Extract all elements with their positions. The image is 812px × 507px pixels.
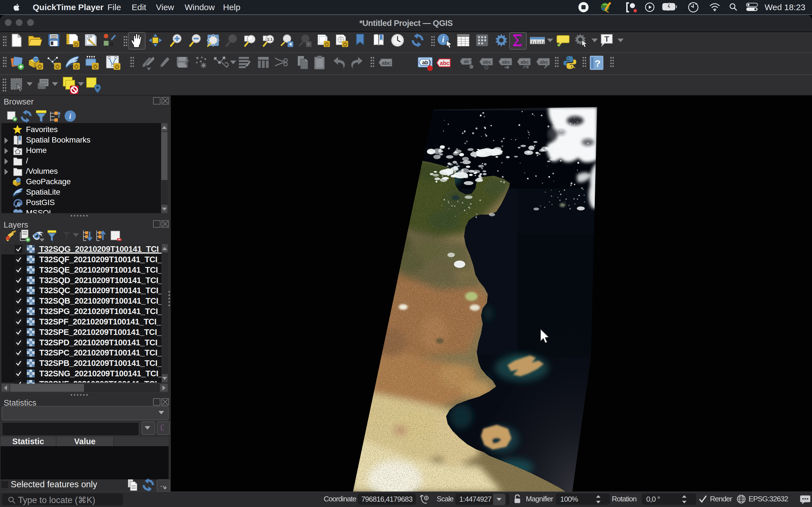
- svg-text:i: i: [442, 35, 445, 44]
- svg-text:?: ?: [595, 58, 601, 69]
- svg-text:ab: ab: [464, 59, 469, 64]
- svg-text:i: i: [69, 112, 71, 121]
- svg-text:abc: abc: [520, 59, 529, 65]
- svg-text:abc: abc: [483, 59, 491, 65]
- svg-text:a: a: [110, 40, 113, 47]
- svg-text:ab: ab: [422, 60, 428, 65]
- svg-text:T: T: [604, 35, 609, 43]
- svg-text:abc: abc: [540, 59, 548, 65]
- svg-text:1:1: 1:1: [267, 37, 273, 42]
- svg-text:abc: abc: [440, 60, 449, 66]
- svg-text:abc: abc: [382, 60, 391, 66]
- svg-text:abc: abc: [502, 59, 510, 65]
